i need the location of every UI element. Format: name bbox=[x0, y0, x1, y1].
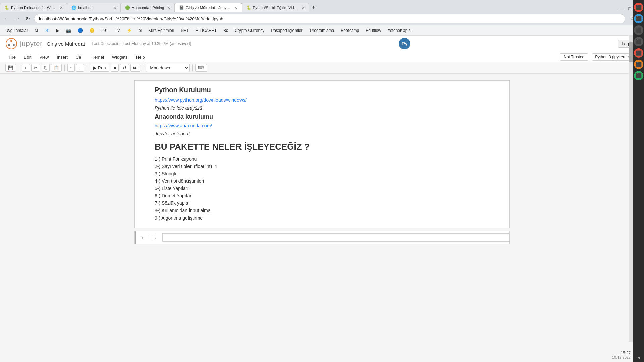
forward-button[interactable]: → bbox=[13, 14, 21, 23]
bookmark-gmail[interactable]: M bbox=[32, 27, 41, 34]
bookmark-nft[interactable]: NFT bbox=[178, 27, 191, 34]
tab-jupyter[interactable]: 📓 Giriş ve Müfredat - Jupyter Note... × bbox=[175, 3, 242, 12]
copy-button[interactable]: ⎘ bbox=[42, 64, 50, 72]
notebook-content[interactable]: Python Kurulumu https://www.python.org/d… bbox=[0, 74, 644, 362]
bookmark-bi[interactable]: bi bbox=[136, 27, 144, 34]
sidebar-icon-5[interactable]: ⬛ bbox=[634, 48, 643, 58]
list-item-3-text: 3-) Stringler bbox=[155, 171, 179, 176]
tab-localhost[interactable]: 🌐 localhost × bbox=[67, 3, 121, 12]
cell-type-select[interactable]: Markdown Code Raw NBConvert bbox=[146, 64, 190, 72]
cut-button[interactable]: ✂ bbox=[31, 64, 40, 72]
menu-widgets[interactable]: Widgets bbox=[109, 54, 131, 61]
tab-label-localhost: localhost bbox=[78, 6, 110, 10]
notebook-title[interactable]: Giriş ve Müfredat bbox=[47, 41, 85, 47]
jupyter-text: jupyter bbox=[20, 40, 43, 48]
save-button[interactable]: 💾 bbox=[5, 64, 16, 72]
add-cell-button[interactable]: + bbox=[22, 64, 30, 72]
sidebar-collapse-icon[interactable]: ◀ bbox=[637, 356, 641, 359]
bookmark-lightning[interactable]: ⚡ bbox=[124, 27, 135, 34]
list-item-9: 9-) Algoritma geliştirme bbox=[155, 215, 501, 221]
run-button[interactable]: ▶ Run bbox=[90, 64, 110, 72]
menu-view[interactable]: View bbox=[36, 54, 52, 61]
code-cell-1[interactable]: In [ ]: bbox=[134, 231, 510, 244]
tab-close-python[interactable]: × bbox=[60, 5, 63, 10]
tab-python-releases[interactable]: 🐍 Python Releases for Windows | × bbox=[0, 3, 67, 12]
stop-button[interactable]: ■ bbox=[111, 64, 119, 72]
svg-point-3 bbox=[13, 44, 15, 46]
restart-run-button[interactable]: ⏭ bbox=[130, 64, 140, 72]
bookmark-crypto[interactable]: Crypto-Currency bbox=[232, 27, 267, 34]
up-arrow-icon: ↑ bbox=[70, 65, 72, 70]
cut-icon: ✂ bbox=[34, 65, 38, 70]
bookmark-bc[interactable]: Bc bbox=[221, 27, 231, 34]
bookmark-programlama[interactable]: Programlama bbox=[307, 27, 337, 34]
tab-close-sorbil[interactable]: × bbox=[302, 5, 304, 10]
menu-cell[interactable]: Cell bbox=[72, 54, 87, 61]
bookmark-circle[interactable]: 🔵 bbox=[75, 27, 86, 34]
new-tab-button[interactable]: + bbox=[309, 3, 318, 12]
bookmark-email[interactable]: 📧 bbox=[42, 27, 52, 34]
list-item-6: 6-) Demet Yapıları bbox=[155, 193, 501, 198]
toolbar-sep-2 bbox=[64, 65, 65, 71]
svg-point-1 bbox=[10, 40, 12, 42]
sidebar-icon-3[interactable]: ⬛ bbox=[634, 25, 643, 35]
cell-python-kurulumu[interactable]: Python Kurulumu https://www.python.org/d… bbox=[134, 80, 510, 228]
notebook-container: jupyter Giriş ve Müfredat Last Checkpoin… bbox=[0, 36, 644, 362]
menu-bar: File Edit View Insert Cell Kernel Widget… bbox=[0, 52, 644, 62]
toolbar: 💾 + ✂ ⎘ 📋 ↑ ↓ ▶ Run ■ ↺ bbox=[0, 62, 644, 74]
sidebar-icon-2[interactable]: ⬛ bbox=[634, 14, 643, 23]
address-bar[interactable]: localhost:8888/notebooks/Python/Sorbil%2… bbox=[34, 14, 625, 23]
address-text: localhost:8888/notebooks/Python/Sorbil%2… bbox=[39, 16, 223, 21]
tab-sorbil[interactable]: 🐍 Python/Sorbil Eğitim Videoları/ × bbox=[242, 3, 309, 12]
bookmark-yetenek[interactable]: YeteneKapısı bbox=[385, 27, 414, 34]
restart-button[interactable]: ↺ bbox=[120, 64, 129, 72]
bookmark-uygulamalar[interactable]: Uygulamalar bbox=[3, 27, 31, 34]
reload-button[interactable]: ↻ bbox=[24, 14, 31, 23]
text-idle: Python ile İdle arayüzü bbox=[155, 105, 202, 111]
bookmark-kurs[interactable]: Kurs Eğitimleri bbox=[146, 27, 177, 34]
menu-file[interactable]: File bbox=[5, 54, 19, 61]
menu-help[interactable]: Help bbox=[132, 54, 148, 61]
link-python-downloads[interactable]: https://www.python.org/downloads/windows… bbox=[155, 97, 247, 103]
maximize-button[interactable]: □ bbox=[626, 5, 633, 12]
tab-icon-python: 🐍 bbox=[4, 5, 9, 10]
sidebar-icon-6[interactable]: ⬛ bbox=[634, 60, 643, 69]
pilcrow-icon: ¶ bbox=[215, 164, 217, 169]
sidebar-icon-4[interactable]: ⬛ bbox=[634, 37, 643, 46]
paste-button[interactable]: 📋 bbox=[51, 64, 62, 72]
keyboard-button[interactable]: ⌨ bbox=[195, 64, 207, 72]
bookmark-pasaport[interactable]: Pasaport İşlemleri bbox=[268, 27, 306, 34]
menu-edit[interactable]: Edit bbox=[20, 54, 35, 61]
menu-insert[interactable]: Insert bbox=[53, 54, 71, 61]
bookmark-edufflow[interactable]: Edufflow bbox=[363, 27, 384, 34]
bookmark-eticaret[interactable]: E-TİCARET bbox=[193, 27, 219, 34]
link-anaconda[interactable]: https://www.anaconda.com/ bbox=[155, 123, 212, 128]
bookmark-coin[interactable]: 🪙 bbox=[87, 27, 97, 34]
tab-close-jupyter[interactable]: × bbox=[234, 5, 237, 10]
tab-close-anaconda[interactable]: × bbox=[167, 5, 170, 10]
tab-close-localhost[interactable]: × bbox=[114, 5, 116, 10]
move-down-button[interactable]: ↓ bbox=[76, 64, 84, 72]
move-up-button[interactable]: ↑ bbox=[67, 64, 75, 72]
bookmark-play[interactable]: ▶ bbox=[54, 27, 62, 34]
tab-label-sorbil: Python/Sorbil Eğitim Videoları/ bbox=[253, 6, 299, 10]
bookmark-291[interactable]: 291 bbox=[99, 27, 111, 34]
scrollbar-thumb[interactable] bbox=[629, 42, 633, 62]
bookmark-tv[interactable]: TV bbox=[112, 27, 122, 34]
right-sidebar: ⬛ ⬛ ⬛ ⬛ ⬛ ⬛ ⬛ ◀ bbox=[633, 0, 644, 362]
minimize-button[interactable]: — bbox=[616, 5, 625, 12]
sidebar-icon-1[interactable]: ⬛ bbox=[634, 3, 643, 12]
bookmark-bootcamp[interactable]: Bootcamp bbox=[338, 27, 362, 34]
code-input[interactable] bbox=[162, 233, 509, 242]
menu-kernel[interactable]: Kernel bbox=[88, 54, 107, 61]
address-bar-row: ← → ↻ localhost:8888/notebooks/Python/So… bbox=[0, 12, 644, 25]
not-trusted-button[interactable]: Not Trusted bbox=[560, 53, 588, 61]
bookmarks-bar: Uygulamalar M 📧 ▶ 📷 🔵 🪙 291 TV ⚡ bi Kurs… bbox=[0, 25, 644, 36]
list-item-7-text: 7-) Sözlük yapısı bbox=[155, 200, 190, 206]
bookmark-camera[interactable]: 📷 bbox=[63, 27, 74, 34]
sidebar-icon-7[interactable]: ⬛ bbox=[634, 71, 643, 80]
list-item-6-text: 6-) Demet Yapıları bbox=[155, 193, 193, 198]
scrollbar-track[interactable] bbox=[629, 36, 633, 342]
back-button[interactable]: ← bbox=[3, 14, 11, 23]
tab-anaconda[interactable]: 🟢 Anaconda | Pricing × bbox=[121, 3, 175, 12]
